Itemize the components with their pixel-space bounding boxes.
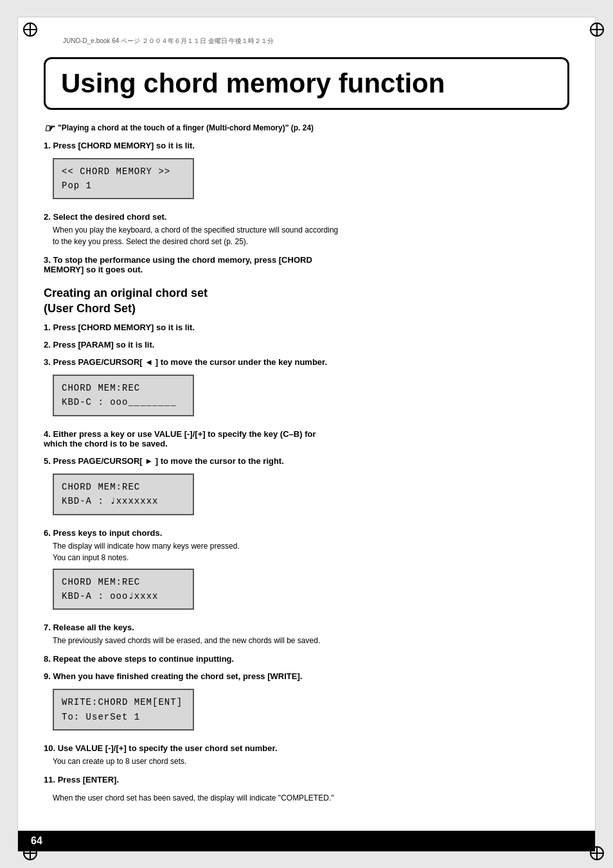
sub-step-9: 9. When you have finished creating the c… [44,671,339,736]
sub-step-8-label: 8. Repeat the above steps to continue in… [44,654,339,664]
page-number: 64 [31,835,42,847]
step-2-label: 2. Select the desired chord set. [44,212,339,222]
footer-bar: 64 [18,831,595,851]
file-info-text: JUNO-D_e.book 64 ページ ２００４年６月１１日 金曜日 午後１時… [63,37,274,44]
step-2: 2. Select the desired chord set. When yo… [44,212,339,247]
sub-step-6-body1: The display will indicate how many keys … [53,540,339,552]
right-column [352,123,569,804]
note-icon: ☞ [44,123,54,134]
sub-step-5: 5. Press PAGE/CURSOR[ ► ] to move the cu… [44,456,339,520]
note-reference: ☞ "Playing a chord at the touch of a fin… [44,123,339,134]
left-column: ☞ "Playing a chord at the touch of a fin… [44,123,339,804]
section-heading: Creating an original chord set(User Chor… [44,286,339,316]
sub-step-7-body: The previously saved chords will be eras… [53,635,339,646]
sub-step-6-label: 6. Press keys to input chords. [44,528,339,538]
sub-step-1: 1. Press [CHORD MEMORY] so it is lit. [44,323,339,332]
sub-step-10: 10. Use VALUE [-]/[+] to specify the use… [44,743,339,767]
lcd-display-6: CHORD MEM:REC KBD-A : ooo♩xxxx [53,569,194,610]
page-title: Using chord memory function [61,68,445,98]
sub-step-6: 6. Press keys to input chords. The displ… [44,528,339,616]
step-2-body: When you play the keyboard, a chord of t… [53,224,339,247]
sub-step-7: 7. Release all the keys. The previously … [44,623,339,646]
sub-step-6-body2: You can input 8 notes. [53,552,339,563]
sub-step-11: 11. Press [ENTER]. [44,775,339,784]
sub-step-10-label: 10. Use VALUE [-]/[+] to specify the use… [44,743,339,753]
sub-step-9-label: 9. When you have finished creating the c… [44,671,339,681]
sub-step-8: 8. Repeat the above steps to continue in… [44,654,339,664]
sub-step-2: 2. Press [PARAM] so it is lit. [44,340,339,350]
sub-step-1-label: 1. Press [CHORD MEMORY] so it is lit. [44,323,339,332]
sub-step-7-label: 7. Release all the keys. [44,623,339,632]
sub-step-10-body: You can create up to 8 user chord sets. [53,756,339,767]
sub-step-11-label: 11. Press [ENTER]. [44,775,339,784]
lcd-display-1: << CHORD MEMORY >> Pop 1 [53,158,194,200]
sub-step-2-label: 2. Press [PARAM] so it is lit. [44,340,339,350]
sub-step-3-label: 3. Press PAGE/CURSOR[ ◄ ] to move the cu… [44,357,339,367]
step-1: 1. Press [CHORD MEMORY] so it is lit. <<… [44,141,339,205]
title-box: Using chord memory function [44,57,569,110]
lcd-display-3: CHORD MEM:REC KBD-C : ooo________ [53,375,194,416]
header-file-info: JUNO-D_e.book 64 ページ ２００４年６月１１日 金曜日 午後１時… [63,37,569,46]
note-text: "Playing a chord at the touch of a finge… [58,123,314,134]
step-1-label: 1. Press [CHORD MEMORY] so it is lit. [44,141,339,150]
final-note: When the user chord set has been saved, … [53,792,339,804]
sub-step-5-label: 5. Press PAGE/CURSOR[ ► ] to move the cu… [44,456,339,466]
step-3-label: 3. To stop the performance using the cho… [44,255,339,274]
content-area: ☞ "Playing a chord at the touch of a fin… [44,123,569,804]
step-3: 3. To stop the performance using the cho… [44,255,339,274]
lcd-display-9: WRITE:CHORD MEM[ENT] To: UserSet 1 [53,689,194,731]
page: JUNO-D_e.book 64 ページ ２００４年６月１１日 金曜日 午後１時… [17,17,596,852]
lcd-display-5: CHORD MEM:REC KBD-A : ♩xxxxxxx [53,474,194,515]
sub-step-4: 4. Either press a key or use VALUE [-]/[… [44,429,339,448]
sub-step-3: 3. Press PAGE/CURSOR[ ◄ ] to move the cu… [44,357,339,421]
sub-step-4-label: 4. Either press a key or use VALUE [-]/[… [44,429,339,448]
